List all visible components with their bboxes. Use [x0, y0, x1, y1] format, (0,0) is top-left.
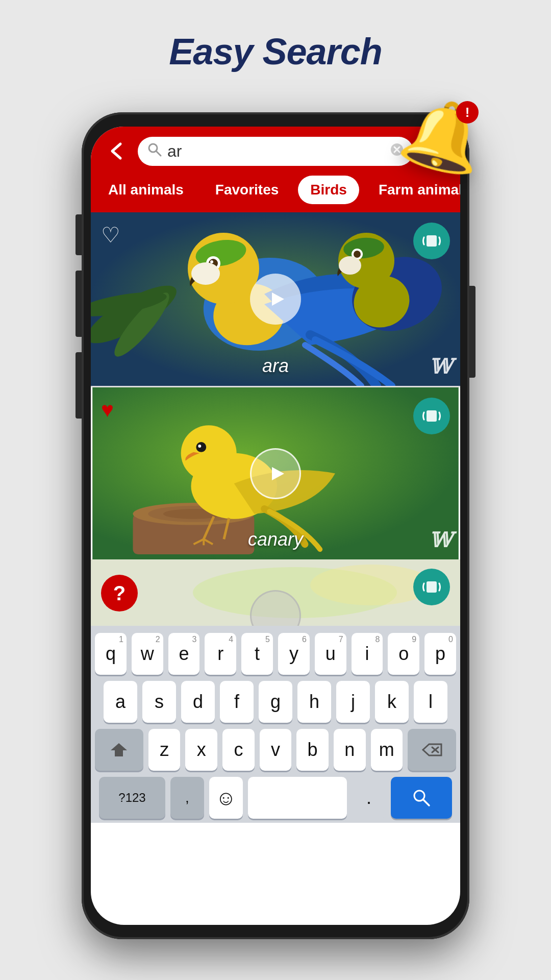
- wiki-link-ara[interactable]: 𝕎: [429, 355, 452, 379]
- svg-point-38: [198, 445, 201, 448]
- vibrate-button-unknown[interactable]: [413, 569, 450, 605]
- key-g[interactable]: g: [259, 681, 292, 723]
- bell-icon: 🔔: [393, 88, 493, 184]
- key-l[interactable]: l: [414, 681, 447, 723]
- key-y[interactable]: y6: [278, 633, 310, 675]
- svg-point-25: [354, 251, 361, 258]
- key-period[interactable]: .: [352, 777, 386, 819]
- svg-rect-44: [427, 410, 437, 422]
- vibrate-button-canary[interactable]: [413, 398, 450, 434]
- volume-down-button: [76, 352, 82, 419]
- key-e[interactable]: e3: [168, 633, 200, 675]
- tab-birds[interactable]: Birds: [298, 176, 359, 204]
- key-search[interactable]: [391, 777, 452, 819]
- key-f[interactable]: f: [220, 681, 254, 723]
- volume-up-button: [76, 271, 82, 337]
- wiki-link-canary[interactable]: 𝕎: [429, 528, 452, 552]
- svg-rect-27: [427, 235, 437, 247]
- svg-point-19: [191, 262, 220, 285]
- keyboard: q1 w2 e3 r4 t5 y6 u7 i8 o9 p0 a s d f: [91, 626, 460, 823]
- animal-name-canary: canary: [248, 529, 303, 550]
- category-tabs: All animals Favorites Birds Farm animals…: [91, 176, 460, 212]
- back-button[interactable]: [101, 136, 132, 166]
- key-space[interactable]: [248, 777, 347, 819]
- animal-card-unknown: ?: [91, 559, 460, 626]
- key-q[interactable]: q1: [95, 633, 127, 675]
- svg-marker-50: [111, 743, 127, 756]
- heart-button-canary[interactable]: ♥: [101, 398, 114, 422]
- notification-badge: !: [456, 101, 479, 124]
- vibrate-button-ara[interactable]: [413, 223, 450, 259]
- animal-card-ara: ♡ ara 𝕎: [91, 212, 460, 386]
- keyboard-row-2: a s d f g h j k l: [95, 681, 456, 723]
- key-w[interactable]: w2: [132, 633, 163, 675]
- volume-silent-button: [76, 214, 82, 255]
- key-r[interactable]: r4: [205, 633, 236, 675]
- key-z[interactable]: z: [148, 729, 181, 771]
- heart-button-ara[interactable]: ♡: [101, 223, 120, 248]
- content-area: ♡ ara 𝕎: [91, 212, 460, 626]
- key-o[interactable]: o9: [388, 633, 419, 675]
- svg-point-36: [181, 425, 237, 481]
- key-n[interactable]: n: [334, 729, 366, 771]
- tab-all-animals[interactable]: All animals: [96, 176, 196, 204]
- key-i[interactable]: i8: [352, 633, 383, 675]
- key-comma[interactable]: ,: [170, 777, 204, 819]
- key-shift[interactable]: [95, 729, 143, 771]
- key-k[interactable]: k: [375, 681, 409, 723]
- key-v[interactable]: v: [260, 729, 292, 771]
- play-button-ara[interactable]: [250, 274, 301, 325]
- search-input[interactable]: ar: [167, 142, 385, 161]
- key-s[interactable]: s: [142, 681, 176, 723]
- svg-point-37: [196, 442, 206, 452]
- key-j[interactable]: j: [336, 681, 370, 723]
- notification-bell[interactable]: 🔔 !: [402, 97, 485, 175]
- keyboard-row-3: z x c v b n m: [95, 729, 456, 771]
- svg-marker-45: [272, 467, 284, 480]
- page-title: Easy Search: [0, 0, 551, 72]
- power-button: [469, 286, 475, 378]
- phone-frame: 🔔 ! ar: [82, 112, 469, 939]
- key-x[interactable]: x: [185, 729, 217, 771]
- key-m[interactable]: m: [371, 729, 403, 771]
- phone-mockup: 🔔 ! ar: [82, 112, 469, 939]
- phone-screen: ar: [91, 127, 460, 925]
- key-backspace[interactable]: [408, 729, 456, 771]
- key-p[interactable]: p0: [424, 633, 456, 675]
- key-b[interactable]: b: [296, 729, 329, 771]
- keyboard-row-4: ?123 , ☺ .: [95, 777, 456, 819]
- svg-line-1: [156, 151, 161, 156]
- keyboard-row-1: q1 w2 e3 r4 t5 y6 u7 i8 o9 p0: [95, 633, 456, 675]
- question-badge: ?: [101, 575, 138, 611]
- play-button-canary[interactable]: [250, 448, 301, 499]
- key-emoji[interactable]: ☺: [209, 777, 243, 819]
- tab-favorites[interactable]: Favorites: [203, 176, 291, 204]
- svg-line-54: [423, 799, 429, 805]
- key-a[interactable]: a: [104, 681, 137, 723]
- key-c[interactable]: c: [222, 729, 255, 771]
- search-bar[interactable]: ar: [138, 137, 413, 166]
- tab-farm-animals[interactable]: Farm animals: [366, 176, 460, 204]
- svg-marker-28: [272, 292, 284, 306]
- search-icon: [147, 142, 162, 161]
- animal-card-canary: ♥ canary 𝕎: [91, 386, 460, 559]
- key-u[interactable]: u7: [315, 633, 346, 675]
- svg-point-18: [210, 260, 213, 263]
- svg-point-26: [339, 256, 361, 275]
- key-h[interactable]: h: [297, 681, 331, 723]
- key-d[interactable]: d: [181, 681, 215, 723]
- key-t[interactable]: t5: [241, 633, 273, 675]
- animal-name-ara: ara: [262, 355, 289, 377]
- key-symbols[interactable]: ?123: [99, 777, 165, 819]
- svg-rect-49: [427, 581, 437, 593]
